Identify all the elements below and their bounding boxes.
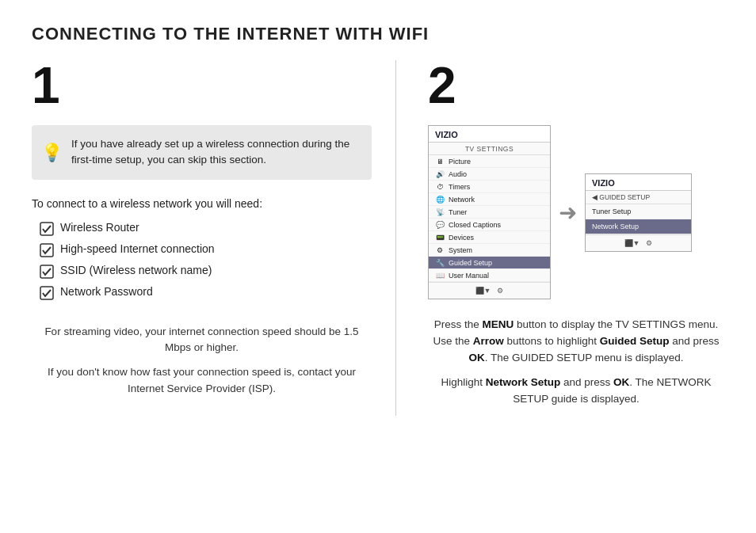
- menu-item2-network-setup[interactable]: Network Setup: [586, 219, 691, 234]
- checkbox-icon-2: [40, 243, 54, 257]
- menu-item-system-label: System: [449, 246, 472, 254]
- footer-down-icon: ⬛▼: [475, 287, 491, 295]
- audio-icon: 🔊: [435, 170, 445, 178]
- menu-item-user-manual-label: User Manual: [449, 272, 489, 280]
- tuner-icon: 📡: [435, 208, 445, 216]
- menu-item-network[interactable]: 🌐 Network: [429, 193, 550, 206]
- right-column: 2 VIZIO TV SETTINGS 🖥 Picture 🔊 Audio ⏱ …: [396, 60, 724, 416]
- checklist-item-4-label: Network Password: [60, 285, 153, 298]
- menu-item2-network-setup-label: Network Setup: [592, 223, 639, 230]
- footer-settings-icon: ⚙: [497, 287, 503, 295]
- checklist-item-3-label: SSID (Wireless network name): [60, 264, 212, 276]
- menu-item-user-manual[interactable]: 📖 User Manual: [429, 269, 550, 282]
- checkbox-icon-3: [40, 265, 54, 279]
- menu-item-devices[interactable]: 📟 Devices: [429, 231, 550, 244]
- requirements-list: Wireless Router High-speed Internet conn…: [32, 221, 372, 300]
- page-title: CONNECTING TO THE INTERNET WITH WIFI: [32, 24, 724, 44]
- menu-item-tuner[interactable]: 📡 Tuner: [429, 206, 550, 219]
- footer2-down-icon: ⬛▼: [624, 239, 640, 247]
- menu-item-guided-setup[interactable]: 🔧 Guided Setup: [429, 257, 550, 269]
- menu-item-network-label: Network: [449, 196, 475, 204]
- screens-area: VIZIO TV SETTINGS 🖥 Picture 🔊 Audio ⏱ Ti…: [428, 125, 724, 299]
- bulb-icon: 💡: [41, 139, 63, 166]
- checklist-item-2-label: High-speed Internet connection: [60, 242, 215, 255]
- tv-menu-1-brand: VIZIO: [429, 126, 550, 143]
- menu-item-audio[interactable]: 🔊 Audio: [429, 168, 550, 181]
- svg-rect-2: [40, 265, 53, 278]
- network-icon: 🌐: [435, 196, 445, 204]
- tv-menu-2-nav[interactable]: ◀ GUIDED SETUP: [586, 191, 691, 204]
- menu-item2-tuner-setup[interactable]: Tuner Setup: [586, 204, 691, 219]
- list-item: High-speed Internet connection: [40, 242, 372, 257]
- streaming-note-2: If you don't know how fast your connecti…: [32, 364, 372, 398]
- menu-item-picture[interactable]: 🖥 Picture: [429, 155, 550, 168]
- list-item: Network Password: [40, 285, 372, 300]
- menu-item-picture-label: Picture: [449, 158, 471, 166]
- menu-item-guided-setup-label: Guided Setup: [449, 259, 492, 267]
- tv-menu-1-footer: ⬛▼ ⚙: [429, 282, 550, 299]
- checkbox-icon-1: [40, 222, 54, 236]
- checkbox-icon-4: [40, 286, 54, 300]
- menu-item-closed-captions[interactable]: 💬 Closed Captions: [429, 219, 550, 231]
- streaming-note-1: For streaming video, your internet conne…: [32, 324, 372, 357]
- svg-rect-1: [40, 244, 53, 257]
- arrow-right-icon: ➜: [559, 200, 577, 226]
- footer2-settings-icon: ⚙: [646, 239, 652, 247]
- menu-item-timers[interactable]: ⏱ Timers: [429, 181, 550, 193]
- info-box: 💡 If you have already set up a wireless …: [32, 125, 372, 180]
- devices-icon: 📟: [435, 234, 445, 242]
- menu-item-tuner-label: Tuner: [449, 208, 467, 216]
- menu-item-audio-label: Audio: [449, 170, 467, 178]
- step-1-number: 1: [32, 60, 372, 111]
- menu-item2-tuner-setup-label: Tuner Setup: [592, 207, 631, 215]
- checklist-item-1-label: Wireless Router: [60, 221, 139, 234]
- system-icon: ⚙: [435, 246, 445, 254]
- user-manual-icon: 📖: [435, 272, 445, 280]
- menu-item-system[interactable]: ⚙ System: [429, 244, 550, 257]
- instruction-1: Press the MENU button to display the TV …: [428, 317, 724, 367]
- list-item: SSID (Wireless network name): [40, 264, 372, 279]
- menu-item-devices-label: Devices: [449, 234, 474, 242]
- svg-rect-0: [40, 223, 53, 235]
- instruction-2: Highlight Network Setup and press OK. Th…: [428, 375, 724, 408]
- info-box-text: If you have already set up a wireless co…: [71, 138, 349, 166]
- tv-menu-2-brand: VIZIO: [586, 174, 691, 191]
- tv-menu-2: VIZIO ◀ GUIDED SETUP Tuner Setup Network…: [585, 173, 692, 252]
- tv-menu-2-footer: ⬛▼ ⚙: [586, 234, 691, 251]
- streaming-note: For streaming video, your internet conne…: [32, 324, 372, 398]
- need-text: To connect to a wireless network you wil…: [32, 197, 372, 210]
- tv-menu-1-subtitle: TV SETTINGS: [429, 143, 550, 155]
- closed-captions-icon: 💬: [435, 221, 445, 229]
- step-2-number: 2: [428, 60, 724, 111]
- list-item: Wireless Router: [40, 221, 372, 236]
- instructions: Press the MENU button to display the TV …: [428, 317, 724, 408]
- timers-icon: ⏱: [435, 183, 445, 191]
- menu-item-timers-label: Timers: [449, 183, 470, 191]
- guided-setup-icon: 🔧: [435, 259, 445, 267]
- svg-rect-3: [40, 287, 53, 299]
- menu-item-cc-label: Closed Captions: [449, 221, 501, 229]
- picture-icon: 🖥: [435, 158, 445, 166]
- tv-menu-1: VIZIO TV SETTINGS 🖥 Picture 🔊 Audio ⏱ Ti…: [428, 125, 551, 299]
- left-column: 1 💡 If you have already set up a wireles…: [32, 60, 396, 416]
